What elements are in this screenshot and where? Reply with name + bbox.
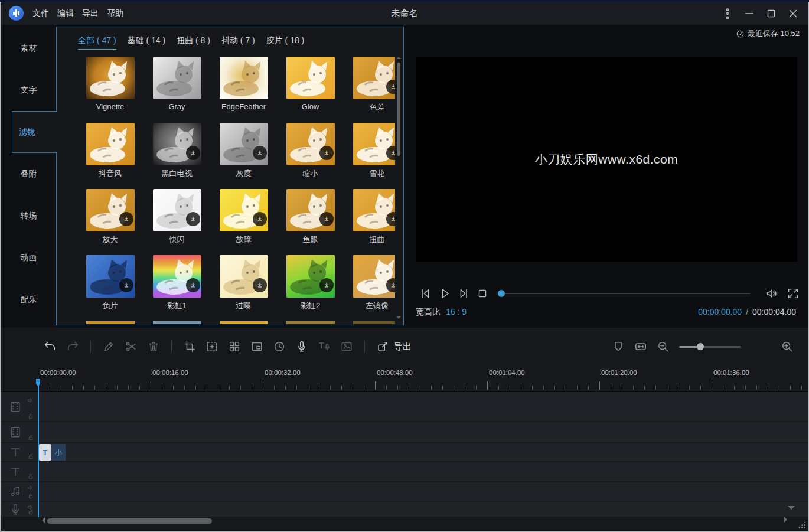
resize-grip[interactable]: [797, 521, 806, 529]
maximize-button[interactable]: [765, 7, 778, 20]
filter-item-7[interactable]: 灰度: [210, 123, 277, 178]
filter-item-19[interactable]: 左镜像: [344, 255, 395, 311]
scrollbar-down-arrow[interactable]: [396, 316, 401, 321]
filter-thumbnail[interactable]: [220, 255, 268, 298]
download-badge-icon[interactable]: [319, 278, 334, 292]
music-track-mute-icon[interactable]: [27, 484, 34, 491]
video-track-lock-icon[interactable]: [27, 413, 34, 420]
previous-frame-button[interactable]: [419, 287, 432, 300]
sidebar-item-2[interactable]: 滤镜: [12, 111, 57, 153]
filter-item-6[interactable]: 黑白电视: [143, 123, 210, 178]
zoom-in-button[interactable]: [781, 340, 794, 353]
redo-button[interactable]: [66, 340, 79, 353]
filter-item-13[interactable]: 鱼眼: [277, 189, 344, 244]
scrollbar-thumb[interactable]: [397, 63, 400, 156]
stop-button[interactable]: [476, 287, 489, 300]
hscroll-right-arrow[interactable]: [784, 517, 790, 523]
filter-item-11[interactable]: 快闪: [143, 189, 210, 244]
filter-thumbnail[interactable]: [153, 255, 201, 298]
filter-item-partial-0[interactable]: [77, 321, 143, 324]
text-clip[interactable]: T小: [39, 444, 66, 461]
delete-button[interactable]: [147, 340, 160, 353]
filter-item-1[interactable]: Gray: [143, 57, 210, 112]
filter-item-16[interactable]: 彩虹1: [143, 255, 210, 311]
voiceover-track-lock-icon[interactable]: [27, 508, 34, 515]
filter-thumbnail[interactable]: [86, 123, 135, 165]
filter-thumbnail[interactable]: [220, 189, 268, 231]
download-badge-icon[interactable]: [253, 146, 267, 160]
menu-item-0[interactable]: 文件: [32, 7, 49, 20]
filter-thumbnail[interactable]: [86, 189, 135, 231]
voiceover-track-lane[interactable]: [38, 502, 808, 517]
pip-track-lock-icon[interactable]: [27, 434, 34, 441]
marker-button[interactable]: [612, 340, 625, 353]
filter-thumbnail[interactable]: [220, 57, 268, 99]
zoom-frame-button[interactable]: [205, 340, 218, 353]
download-badge-icon[interactable]: [186, 278, 200, 292]
filter-item-partial-2[interactable]: [210, 321, 277, 324]
subtitle-track-lock-icon[interactable]: [27, 473, 34, 480]
subtitle-track-lane[interactable]: [38, 462, 808, 481]
export-button[interactable]: 导出: [376, 340, 412, 353]
download-badge-icon[interactable]: [253, 212, 267, 226]
music-track-lock-icon[interactable]: [27, 492, 34, 500]
video-track-lane[interactable]: [38, 392, 808, 421]
hscroll-left-arrow[interactable]: [39, 517, 45, 523]
freeze-frame-button[interactable]: [340, 340, 353, 353]
filter-item-2[interactable]: EdgeFeather: [210, 57, 277, 112]
sidebar-item-0[interactable]: 素材: [1, 27, 56, 69]
close-button[interactable]: [787, 7, 800, 20]
filter-item-18[interactable]: 彩虹2: [277, 255, 344, 311]
filter-thumbnail[interactable]: [353, 255, 396, 298]
filter-item-0[interactable]: Vignette: [77, 57, 143, 112]
next-frame-button[interactable]: [457, 287, 470, 300]
filter-item-3[interactable]: Glow: [277, 57, 344, 112]
filter-tab-1[interactable]: 基础 ( 14 ): [128, 35, 166, 50]
menu-item-3[interactable]: 帮助: [107, 7, 123, 20]
video-track-mute-icon[interactable]: [27, 397, 34, 404]
filter-item-12[interactable]: 故障: [210, 189, 277, 244]
filter-thumbnail[interactable]: [86, 57, 135, 99]
download-badge-icon[interactable]: [186, 212, 200, 226]
sidebar-item-4[interactable]: 转场: [1, 195, 56, 237]
vscroll-down-arrow[interactable]: [788, 506, 795, 513]
fit-timeline-button[interactable]: [634, 340, 647, 353]
filter-item-partial-3[interactable]: [277, 321, 344, 324]
filter-tab-0[interactable]: 全部 ( 47 ): [78, 35, 116, 50]
text-track-lock-icon[interactable]: [27, 453, 34, 460]
play-button[interactable]: [438, 287, 451, 300]
timeline-ruler[interactable]: 00:00:00.0000:00:16.0000:00:32.0000:00:4…: [1, 365, 808, 392]
sidebar-item-5[interactable]: 动画: [1, 237, 56, 279]
split-button[interactable]: [125, 340, 138, 353]
filter-thumbnail[interactable]: [353, 189, 396, 231]
download-badge-icon[interactable]: [253, 278, 267, 292]
edit-button[interactable]: [102, 340, 115, 353]
sidebar-item-3[interactable]: 叠附: [1, 153, 56, 195]
filter-thumbnail[interactable]: [353, 123, 396, 165]
filter-item-partial-1[interactable]: [143, 321, 210, 324]
filter-thumbnail[interactable]: [353, 57, 396, 99]
filter-thumbnail[interactable]: [286, 123, 335, 165]
download-badge-icon[interactable]: [119, 212, 133, 226]
filter-thumbnail[interactable]: [286, 57, 335, 99]
timeline-zoom-slider[interactable]: [679, 346, 741, 348]
hscroll-thumb[interactable]: [47, 518, 212, 524]
zoom-slider-handle[interactable]: [697, 343, 704, 350]
filter-thumbnail[interactable]: [220, 123, 268, 165]
download-badge-icon[interactable]: [119, 278, 133, 292]
crop-button[interactable]: [183, 340, 196, 353]
menu-item-2[interactable]: 导出: [82, 7, 99, 20]
voiceover-button[interactable]: [295, 340, 308, 353]
minimize-button[interactable]: [743, 7, 756, 20]
text-track-lane[interactable]: T小: [38, 443, 808, 461]
sidebar-item-1[interactable]: 文字: [1, 69, 56, 111]
filter-item-8[interactable]: 缩小: [277, 123, 344, 178]
filter-thumbnail[interactable]: [153, 123, 201, 165]
sidebar-item-6[interactable]: 配乐: [1, 279, 56, 321]
filter-item-15[interactable]: 负片: [77, 255, 143, 311]
music-track-lane[interactable]: [38, 482, 808, 501]
filter-tab-2[interactable]: 扭曲 ( 8 ): [177, 35, 210, 50]
filter-item-14[interactable]: 扭曲: [344, 189, 395, 244]
filter-item-9[interactable]: 雪花: [344, 123, 395, 178]
download-badge-icon[interactable]: [319, 146, 334, 160]
